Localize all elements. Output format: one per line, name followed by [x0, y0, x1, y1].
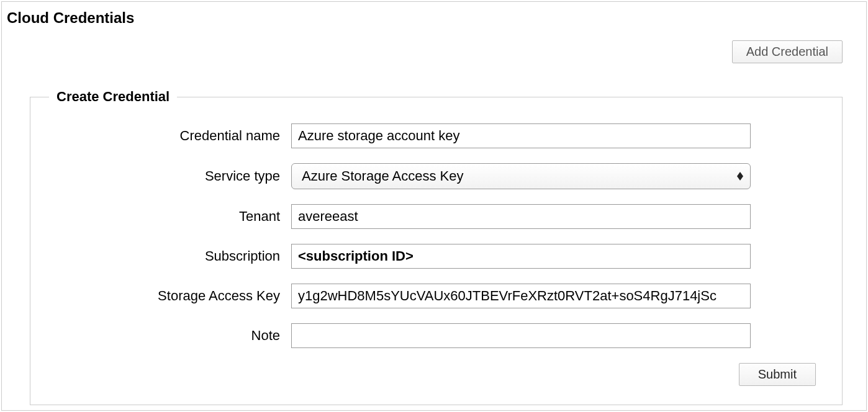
row-note: Note — [30, 323, 817, 348]
row-subscription: Subscription — [30, 244, 817, 269]
create-credential-fieldset: Create Credential Credential name Servic… — [30, 89, 843, 405]
submit-row: Submit — [30, 363, 817, 386]
row-service-type: Service type Azure Storage Access Key — [30, 163, 817, 189]
credential-name-label: Credential name — [30, 128, 291, 144]
top-actions: Add Credential — [732, 40, 843, 63]
subscription-field[interactable] — [291, 244, 751, 269]
service-type-selected-value: Azure Storage Access Key — [302, 168, 463, 184]
service-type-label: Service type — [30, 168, 291, 184]
tenant-label: Tenant — [30, 208, 291, 225]
storage-access-key-field[interactable] — [291, 284, 751, 308]
form-legend: Create Credential — [49, 89, 177, 105]
page-title: Cloud Credentials — [2, 2, 866, 27]
row-credential-name: Credential name — [30, 123, 817, 148]
credential-name-field[interactable] — [291, 123, 751, 148]
submit-button[interactable]: Submit — [739, 363, 816, 386]
cloud-credentials-panel: Cloud Credentials Add Credential Create … — [1, 1, 867, 411]
storage-access-key-label: Storage Access Key — [30, 288, 291, 304]
note-label: Note — [30, 328, 291, 344]
note-field[interactable] — [291, 323, 751, 348]
row-tenant: Tenant — [30, 204, 817, 229]
service-type-select[interactable]: Azure Storage Access Key — [291, 163, 751, 189]
subscription-label: Subscription — [30, 248, 291, 264]
row-storage-access-key: Storage Access Key — [30, 284, 817, 308]
tenant-field[interactable] — [291, 204, 751, 229]
add-credential-button[interactable]: Add Credential — [732, 40, 843, 63]
